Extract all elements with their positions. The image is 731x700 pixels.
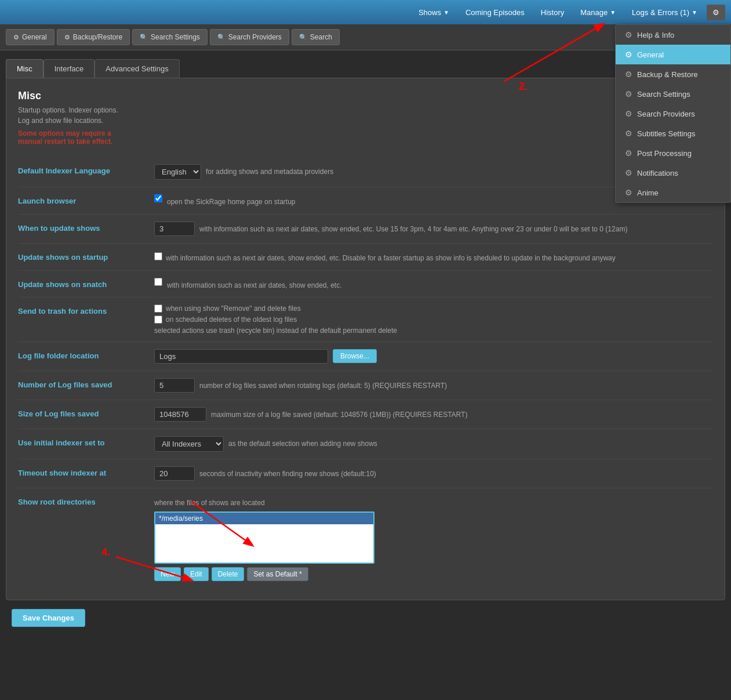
- help-icon: ⚙: [625, 30, 632, 39]
- launch-browser-checkbox[interactable]: [154, 194, 162, 202]
- default-indexer-language-row: Default Indexer Language English for add…: [18, 157, 713, 187]
- search-tab-btn[interactable]: 🔍 Search: [292, 29, 340, 45]
- dropdown-post-processing[interactable]: ⚙ Post Processing: [616, 143, 730, 163]
- dropdown-search-providers[interactable]: ⚙ Search Providers: [616, 104, 730, 124]
- timeout-indexer-label: Timeout show indexer at: [18, 466, 146, 477]
- set-default-dir-btn[interactable]: Set as Default *: [247, 567, 308, 581]
- send-to-trash-checkbox-row-1: when using show "Remove" and delete file…: [154, 304, 713, 313]
- initial-indexer-control: All Indexers as the default selection wh…: [154, 436, 713, 452]
- when-to-update-label: When to update shows: [18, 222, 146, 233]
- log-file-location-control: Browse...: [154, 349, 713, 364]
- size-log-files-input[interactable]: [154, 407, 206, 422]
- update-on-snatch-checkbox[interactable]: [154, 278, 162, 286]
- timeout-indexer-desc: seconds of inactivity when finding new s…: [199, 466, 713, 479]
- post-processing-icon: ⚙: [625, 148, 632, 158]
- search-providers-tab-btn[interactable]: 🔍 Search Providers: [210, 29, 289, 45]
- manage-dropdown-arrow: ▼: [610, 9, 616, 16]
- search-settings-tab-icon: 🔍: [140, 34, 148, 41]
- new-dir-btn[interactable]: New: [154, 567, 181, 581]
- dropdown-anime-label: Anime: [637, 188, 659, 197]
- dropdown-subtitles[interactable]: ⚙ Subtitles Settings: [616, 124, 730, 143]
- advanced-settings-tab[interactable]: Advanced Settings: [94, 59, 179, 78]
- misc-tab[interactable]: Misc: [6, 59, 43, 78]
- panel-title: Misc: [18, 90, 713, 102]
- update-on-startup-label: Update shows on startup: [18, 251, 146, 262]
- send-to-trash-desc-1: when using show "Remove" and delete file…: [166, 304, 301, 313]
- dropdown-general[interactable]: ⚙ General: [616, 45, 730, 64]
- dropdown-subtitles-label: Subtitles Settings: [637, 129, 695, 138]
- dir-buttons: New Edit Delete Set as Default *: [154, 567, 713, 581]
- send-to-trash-row: Send to trash for actions when using sho…: [18, 298, 713, 342]
- history-nav[interactable]: History: [534, 3, 571, 21]
- send-to-trash-checkbox-2[interactable]: [154, 315, 162, 324]
- update-on-startup-desc: with information such as next air dates,…: [166, 251, 713, 263]
- send-to-trash-checkbox-row-2: on scheduled deletes of the oldest log f…: [154, 315, 713, 324]
- interface-tab[interactable]: Interface: [43, 59, 95, 78]
- dropdown-search-settings[interactable]: ⚙ Search Settings: [616, 84, 730, 104]
- backup-tab-btn[interactable]: ⚙ Backup/Restore: [57, 29, 130, 45]
- log-file-location-label: Log file folder location: [18, 349, 146, 360]
- delete-dir-btn[interactable]: Delete: [212, 567, 245, 581]
- search-settings-tab-btn[interactable]: 🔍 Search Settings: [132, 29, 208, 45]
- browse-log-button[interactable]: Browse...: [333, 349, 377, 363]
- launch-browser-label: Launch browser: [18, 194, 146, 205]
- dropdown-notifications-label: Notifications: [637, 169, 678, 177]
- show-root-dirs-row: Show root directories where the files of…: [18, 488, 713, 588]
- search-providers-icon: ⚙: [625, 109, 632, 118]
- when-to-update-desc: with information such as next air dates,…: [199, 222, 713, 234]
- dropdown-post-processing-label: Post Processing: [637, 149, 692, 158]
- gear-button[interactable]: ⚙: [707, 5, 725, 20]
- dropdown-backup[interactable]: ⚙ Backup & Restore: [616, 64, 730, 84]
- anime-icon: ⚙: [625, 188, 632, 197]
- dropdown-search-settings-label: Search Settings: [637, 90, 690, 99]
- log-file-location-input[interactable]: [154, 349, 328, 364]
- panel-warning: Some options may require amanual restart…: [18, 129, 713, 146]
- save-changes-button[interactable]: Save Changes: [12, 609, 85, 627]
- update-on-snatch-row: Update shows on snatch with information …: [18, 271, 713, 298]
- dropdown-general-label: General: [637, 50, 664, 59]
- search-settings-tab-label: Search Settings: [151, 33, 200, 41]
- backup-icon: ⚙: [625, 70, 632, 79]
- dropdown-backup-label: Backup & Restore: [637, 70, 698, 79]
- nav-items: Shows ▼ Coming Episodes History Manage ▼…: [412, 3, 725, 21]
- log-file-location-row: Log file folder location Browse...: [18, 342, 713, 371]
- backup-tab-icon: ⚙: [64, 34, 70, 41]
- send-to-trash-checkbox-1[interactable]: [154, 304, 162, 313]
- logs-nav[interactable]: Logs & Errors (1) ▼: [625, 3, 704, 21]
- send-to-trash-control: when using show "Remove" and delete file…: [154, 304, 713, 335]
- dropdown-help-label: Help & Info: [637, 31, 674, 39]
- general-tab-btn[interactable]: ⚙ General: [6, 29, 54, 45]
- timeout-indexer-input[interactable]: [154, 466, 195, 481]
- show-root-dirs-list[interactable]: */media/series: [154, 512, 374, 564]
- num-log-files-input[interactable]: [154, 378, 195, 393]
- timeout-indexer-control: seconds of inactivity when finding new s…: [154, 466, 713, 481]
- default-indexer-language-label: Default Indexer Language: [18, 164, 146, 175]
- initial-indexer-select[interactable]: All Indexers: [154, 436, 224, 452]
- launch-browser-row: Launch browser open the SickRage home pa…: [18, 187, 713, 215]
- send-to-trash-note: selected actions use trash (recycle bin)…: [154, 327, 713, 335]
- edit-dir-btn[interactable]: Edit: [184, 567, 209, 581]
- initial-indexer-desc: as the default selection when adding new…: [228, 436, 713, 449]
- size-log-files-label: Size of Log files saved: [18, 407, 146, 418]
- dropdown-anime[interactable]: ⚙ Anime: [616, 183, 730, 202]
- update-on-startup-row: Update shows on startup with information…: [18, 244, 713, 271]
- search-settings-icon: ⚙: [625, 89, 632, 99]
- general-icon: ⚙: [625, 50, 632, 59]
- dropdown-notifications[interactable]: ⚙ Notifications: [616, 163, 730, 183]
- shows-nav[interactable]: Shows ▼: [412, 3, 456, 21]
- num-log-files-label: Number of Log files saved: [18, 378, 146, 389]
- update-on-snatch-label: Update shows on snatch: [18, 278, 146, 289]
- num-log-files-desc: number of log files saved when rotating …: [199, 378, 713, 391]
- update-on-snatch-desc: with information such as next air dates,…: [167, 278, 713, 291]
- when-to-update-input[interactable]: [154, 222, 195, 236]
- manage-nav[interactable]: Manage ▼: [573, 3, 623, 21]
- update-on-startup-checkbox[interactable]: [154, 252, 162, 260]
- coming-episodes-nav[interactable]: Coming Episodes: [459, 3, 532, 21]
- default-indexer-language-select[interactable]: English: [154, 164, 201, 180]
- panel-description: Startup options. Indexer options.Log and…: [18, 105, 713, 126]
- search-tab-icon: 🔍: [299, 34, 307, 41]
- top-navigation: Shows ▼ Coming Episodes History Manage ▼…: [0, 0, 731, 24]
- dropdown-help[interactable]: ⚙ Help & Info: [616, 25, 730, 45]
- dir-list-item[interactable]: */media/series: [155, 513, 373, 524]
- search-providers-tab-icon: 🔍: [217, 34, 226, 41]
